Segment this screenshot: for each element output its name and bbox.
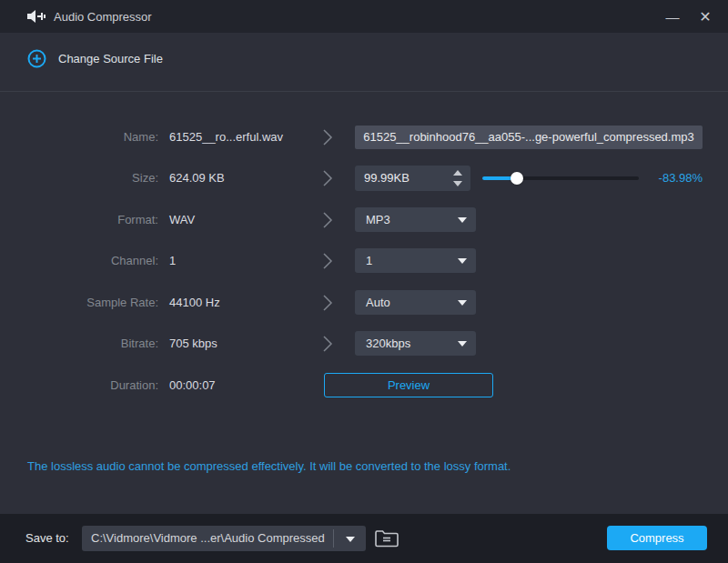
channel-dropdown[interactable]: 1	[355, 248, 476, 273]
sample-rate-source-value: 44100 Hz	[169, 290, 220, 316]
chevron-right-icon	[322, 336, 333, 352]
size-slider[interactable]	[482, 176, 639, 180]
channel-source-value: 1	[169, 248, 176, 274]
minimize-button[interactable]: —	[657, 0, 688, 33]
chevron-right-icon	[322, 295, 333, 311]
lossless-notice-text: The lossless audio cannot be compressed …	[27, 459, 511, 473]
dropdown-caret-icon	[458, 258, 467, 264]
chevron-right-icon	[322, 170, 333, 186]
save-path-combo[interactable]: C:\Vidmore\Vidmore ...er\Audio Compresse…	[82, 526, 366, 551]
combo-divider	[333, 529, 334, 548]
format-label: Format:	[0, 207, 158, 233]
plus-circle-icon	[27, 49, 46, 68]
speaker-icon	[27, 9, 46, 24]
dropdown-caret-icon	[458, 300, 467, 306]
spin-down-icon[interactable]	[453, 181, 462, 186]
folder-icon	[374, 528, 399, 548]
name-label: Name:	[0, 125, 158, 150]
preview-button[interactable]: Preview	[324, 373, 493, 397]
footer-bar: Save to: C:\Vidmore\Vidmore ...er\Audio …	[0, 514, 728, 563]
chevron-right-icon	[322, 253, 333, 269]
format-selected: MP3	[366, 207, 390, 232]
format-dropdown[interactable]: MP3	[355, 207, 476, 232]
row-size: Size: 624.09 KB 99.99KB -83.98%	[0, 166, 728, 191]
bitrate-selected: 320kbps	[366, 331, 410, 356]
change-source-file-button[interactable]: Change Source File	[27, 49, 163, 68]
name-source-value: 61525__ro...erful.wav	[169, 125, 283, 150]
size-slider-fill	[482, 176, 517, 180]
save-path-value: C:\Vidmore\Vidmore ...er\Audio Compresse…	[91, 526, 326, 551]
size-source-value: 624.09 KB	[169, 166, 225, 191]
header: Change Source File	[0, 33, 728, 92]
size-reduction-percent: -83.98%	[639, 166, 703, 191]
target-size-spinner[interactable]: 99.99KB	[355, 166, 470, 191]
save-to-label: Save to:	[25, 514, 69, 563]
bitrate-source-value: 705 kbps	[169, 331, 217, 357]
target-size-value: 99.99KB	[364, 166, 410, 191]
close-button[interactable]: ✕	[690, 0, 721, 33]
row-duration: Duration: 00:00:07 Preview	[0, 373, 728, 398]
bitrate-label: Bitrate:	[0, 331, 158, 357]
row-sample-rate: Sample Rate: 44100 Hz Auto	[0, 290, 728, 316]
change-source-file-label: Change Source File	[58, 52, 163, 65]
titlebar: Audio Compressor — ✕	[0, 0, 728, 33]
row-channel: Channel: 1 1	[0, 248, 728, 274]
dropdown-caret-icon	[458, 341, 467, 347]
sample-rate-selected: Auto	[366, 290, 390, 315]
size-slider-thumb[interactable]	[511, 172, 523, 185]
channel-selected: 1	[366, 248, 372, 273]
channel-label: Channel:	[0, 248, 158, 274]
sample-rate-dropdown[interactable]: Auto	[355, 290, 476, 315]
duration-label: Duration:	[0, 373, 158, 398]
dropdown-caret-icon	[346, 537, 355, 542]
output-name-input[interactable]: 61525__robinhood76__aa055-...ge-powerful…	[355, 126, 703, 149]
dropdown-caret-icon	[458, 217, 467, 223]
window-title: Audio Compressor	[54, 10, 152, 24]
row-bitrate: Bitrate: 705 kbps 320kbps	[0, 331, 728, 357]
bitrate-dropdown[interactable]: 320kbps	[355, 331, 476, 356]
audio-compressor-window: Audio Compressor — ✕ Change Source File …	[0, 0, 728, 563]
row-format: Format: WAV MP3	[0, 207, 728, 233]
browse-folder-button[interactable]	[374, 528, 399, 548]
chevron-right-icon	[322, 129, 333, 146]
duration-source-value: 00:00:07	[169, 373, 216, 398]
format-source-value: WAV	[169, 207, 195, 233]
spin-up-icon[interactable]	[453, 170, 462, 176]
row-name: Name: 61525__ro...erful.wav 61525__robin…	[0, 125, 728, 150]
size-label: Size:	[0, 166, 158, 191]
sample-rate-label: Sample Rate:	[0, 290, 158, 316]
spinner-arrows[interactable]	[453, 169, 462, 187]
compress-button[interactable]: Compress	[607, 526, 707, 550]
chevron-right-icon	[322, 212, 333, 228]
